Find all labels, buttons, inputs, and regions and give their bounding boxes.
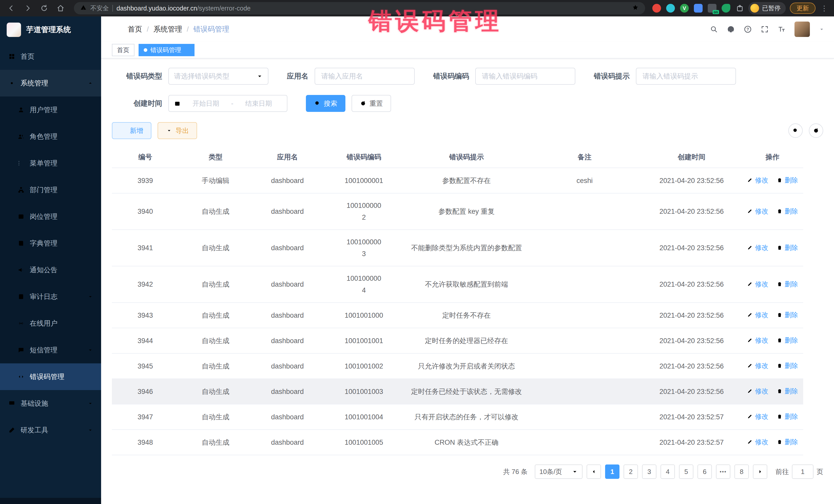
breadcrumb-home[interactable]: 首页 bbox=[128, 24, 142, 34]
font-size-icon[interactable] bbox=[777, 25, 786, 34]
header-search-icon[interactable] bbox=[710, 25, 718, 34]
breadcrumb-system-management[interactable]: 系统管理 bbox=[153, 24, 182, 34]
edit-link[interactable]: 修改 bbox=[747, 205, 768, 217]
extensions-puzzle-icon[interactable] bbox=[736, 4, 744, 13]
browser-reload-icon[interactable] bbox=[38, 2, 50, 14]
edit-link[interactable]: 修改 bbox=[747, 360, 768, 372]
column-header-message: 错误码提示 bbox=[405, 146, 528, 168]
delete-link[interactable]: 删除 bbox=[776, 309, 798, 321]
hamburger-icon[interactable] bbox=[110, 25, 119, 34]
goto-page-input[interactable] bbox=[792, 464, 813, 479]
sidebar-item-role-management[interactable]: 角色管理 bbox=[0, 123, 101, 150]
app-logo-row[interactable]: 芋道管理系统 bbox=[0, 17, 101, 43]
next-page-button[interactable] bbox=[753, 464, 767, 479]
page-button-6[interactable]: 6 bbox=[698, 464, 712, 479]
edit-link[interactable]: 修改 bbox=[747, 174, 768, 186]
sidebar-item-dev-tools[interactable]: 研发工具 bbox=[0, 417, 101, 443]
sidebar-item-post-management[interactable]: 岗位管理 bbox=[0, 203, 101, 230]
prev-page-button[interactable] bbox=[587, 464, 601, 479]
extension-red-icon[interactable] bbox=[652, 4, 661, 13]
edit-link[interactable]: 修改 bbox=[747, 334, 768, 346]
page-button-4[interactable]: 4 bbox=[660, 464, 675, 479]
delete-link[interactable]: 删除 bbox=[776, 436, 798, 448]
browser-back-icon[interactable] bbox=[5, 2, 18, 14]
delete-link[interactable]: 删除 bbox=[776, 278, 798, 290]
sidebar-item-error-code-management[interactable]: 错误码管理 bbox=[0, 364, 101, 390]
user-avatar[interactable] bbox=[794, 22, 810, 37]
sidebar: 芋道管理系统 首页 系统管理 用户管理 角色管理 bbox=[0, 17, 101, 504]
create-time-range-picker[interactable]: 开始日期 - 结束日期 bbox=[168, 95, 287, 112]
extension-leaf-icon[interactable] bbox=[722, 4, 730, 13]
delete-link[interactable]: 删除 bbox=[776, 411, 798, 422]
filter-error-code: 错误码编码 bbox=[433, 68, 575, 85]
extension-on-badge-icon[interactable] bbox=[708, 4, 717, 13]
extension-teal-icon[interactable] bbox=[666, 4, 675, 13]
page-button-8[interactable]: 8 bbox=[734, 464, 749, 479]
page-button-2[interactable]: 2 bbox=[623, 464, 638, 479]
avatar-caret-down-icon[interactable] bbox=[819, 26, 825, 32]
sidebar-item-audit-log[interactable]: 审计日志 bbox=[0, 283, 101, 310]
sidebar-item-notice[interactable]: 通知公告 bbox=[0, 257, 101, 283]
page-button-1[interactable]: 1 bbox=[605, 464, 619, 479]
page-button-5[interactable]: 5 bbox=[679, 464, 694, 479]
edit-link[interactable]: 修改 bbox=[747, 242, 768, 254]
id-badge-icon bbox=[18, 213, 25, 220]
sidebar-item-user-management[interactable]: 用户管理 bbox=[0, 96, 101, 123]
toggle-search-icon-button[interactable] bbox=[788, 124, 803, 138]
more-pages-button[interactable]: ••• bbox=[716, 464, 730, 479]
browser-update-button[interactable]: 更新 bbox=[790, 3, 815, 14]
edit-link[interactable]: 修改 bbox=[747, 278, 768, 290]
cell-type: 自动生成 bbox=[179, 230, 253, 266]
cell-id: 3948 bbox=[112, 430, 179, 455]
monitor-icon bbox=[8, 400, 15, 407]
delete-link[interactable]: 删除 bbox=[776, 174, 798, 186]
edit-link[interactable]: 修改 bbox=[747, 309, 768, 321]
page-size-select[interactable]: 10条/页 bbox=[535, 464, 583, 479]
delete-link[interactable]: 删除 bbox=[776, 242, 798, 254]
sidebar-item-department-management[interactable]: 部门管理 bbox=[0, 177, 101, 203]
extension-blue-icon[interactable] bbox=[694, 4, 703, 13]
search-button[interactable]: 搜索 bbox=[306, 95, 345, 112]
error-code-input[interactable] bbox=[475, 68, 575, 85]
edit-link[interactable]: 修改 bbox=[747, 411, 768, 422]
edit-link[interactable]: 修改 bbox=[747, 385, 768, 397]
browser-home-icon[interactable] bbox=[54, 2, 67, 14]
sidebar-item-label: 在线用户 bbox=[30, 319, 58, 328]
help-question-icon[interactable] bbox=[744, 25, 752, 34]
main-area: 首页 / 系统管理 / 错误码管理 首页 错 bbox=[101, 17, 834, 504]
tag-error-code-management[interactable]: 错误码管理 bbox=[138, 44, 195, 56]
sidebar-item-label: 审计日志 bbox=[30, 292, 58, 301]
error-hint-input[interactable] bbox=[636, 68, 736, 85]
export-button[interactable]: 导出 bbox=[158, 122, 197, 139]
address-bar[interactable]: 不安全 dashboard.yudao.iocoder.cn/system/er… bbox=[74, 2, 645, 14]
browser-menu-icon[interactable]: ⋮ bbox=[820, 4, 829, 13]
sidebar-item-home[interactable]: 首页 bbox=[0, 43, 101, 70]
tag-home[interactable]: 首页 bbox=[112, 44, 134, 56]
error-type-select[interactable]: 请选择错误码类型 bbox=[168, 68, 268, 85]
browser-forward-icon[interactable] bbox=[22, 2, 34, 14]
page-button-3[interactable]: 3 bbox=[642, 464, 656, 479]
home-grid-icon bbox=[8, 53, 15, 60]
bookmark-star-icon[interactable] bbox=[632, 4, 639, 13]
refresh-table-icon-button[interactable] bbox=[809, 124, 823, 138]
delete-link[interactable]: 删除 bbox=[776, 205, 798, 217]
tag-close-icon[interactable] bbox=[184, 47, 190, 52]
app-name-input[interactable] bbox=[314, 68, 415, 85]
sidebar-item-online-users[interactable]: 在线用户 bbox=[0, 310, 101, 337]
sidebar-item-menu-management[interactable]: 菜单管理 bbox=[0, 150, 101, 177]
cell-created: 2021-04-20 23:52:56 bbox=[641, 353, 742, 379]
delete-link[interactable]: 删除 bbox=[776, 360, 798, 372]
fullscreen-icon[interactable] bbox=[761, 25, 769, 34]
sidebar-item-system-management[interactable]: 系统管理 bbox=[0, 70, 101, 96]
extension-green-v-icon[interactable] bbox=[680, 4, 689, 13]
reset-button[interactable]: 重置 bbox=[352, 95, 391, 112]
delete-link[interactable]: 删除 bbox=[776, 385, 798, 397]
add-button[interactable]: 新增 bbox=[112, 122, 151, 139]
github-icon[interactable] bbox=[727, 25, 735, 34]
browser-profile-chip[interactable]: 已暂停 bbox=[748, 2, 786, 14]
sidebar-item-infrastructure[interactable]: 基础设施 bbox=[0, 390, 101, 417]
sidebar-item-dict-management[interactable]: 字典管理 bbox=[0, 230, 101, 257]
delete-link[interactable]: 删除 bbox=[776, 334, 798, 346]
sidebar-item-sms-management[interactable]: 短信管理 bbox=[0, 337, 101, 364]
edit-link[interactable]: 修改 bbox=[747, 436, 768, 448]
